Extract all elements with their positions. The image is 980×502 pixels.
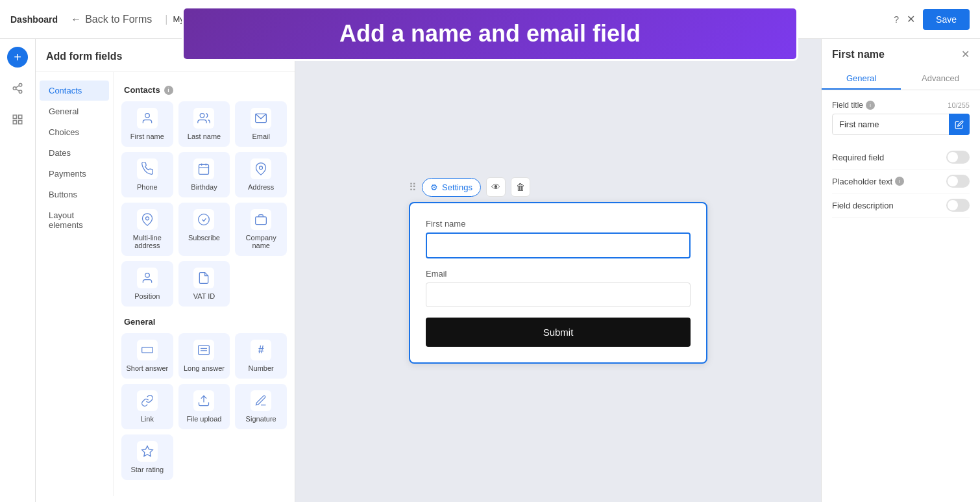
field-first-name[interactable]: First name <box>121 101 173 147</box>
right-tab-advanced[interactable]: Advanced <box>901 68 980 90</box>
field-short-answer[interactable]: Short answer <box>121 333 173 379</box>
field-company-name[interactable]: Company name <box>235 203 287 256</box>
birthday-icon <box>193 158 214 179</box>
svg-point-20 <box>145 273 149 278</box>
category-dates[interactable]: Dates <box>40 143 109 163</box>
first-name-label: First name <box>426 219 691 229</box>
right-panel: First name ✕ General Advanced Field titl… <box>821 39 980 502</box>
settings-toolbar-icon: ⚙ <box>430 182 438 192</box>
svg-rect-8 <box>13 121 16 124</box>
star-rating-icon <box>137 441 158 462</box>
delete-field-button[interactable]: 🗑 <box>511 177 530 197</box>
field-email[interactable]: Email <box>235 101 287 147</box>
svg-point-2 <box>19 90 22 94</box>
trash-icon: 🗑 <box>516 182 525 192</box>
fields-area: Contacts i First name Last name <box>114 72 295 496</box>
preview-eye-button[interactable]: 👁 <box>486 177 506 197</box>
field-title-edit-icon <box>949 114 970 135</box>
number-icon: # <box>251 340 271 360</box>
placeholder-text-toggle[interactable] <box>946 175 970 188</box>
panel-title: Add form fields <box>46 51 122 62</box>
field-file-upload[interactable]: File upload <box>178 384 230 429</box>
form-toolbar: ⠿ ⚙ Settings 👁 🗑 <box>409 177 707 197</box>
settings-toolbar-button[interactable]: ⚙ Settings <box>422 178 481 197</box>
add-button[interactable]: + <box>7 47 28 68</box>
first-name-input[interactable] <box>426 232 691 258</box>
form-fields-panel: Add form fields ✕ Contacts General Choic… <box>36 39 295 502</box>
placeholder-info-icon[interactable]: i <box>895 177 904 186</box>
field-description-toggle[interactable] <box>946 199 970 212</box>
required-field-label: Required field <box>832 153 884 162</box>
contacts-info-icon[interactable]: i <box>164 86 173 95</box>
category-general[interactable]: General <box>40 101 109 121</box>
category-choices[interactable]: Choices <box>40 122 109 142</box>
svg-line-4 <box>16 86 19 88</box>
right-panel-title: First name <box>832 49 885 60</box>
email-label: Email <box>426 269 691 279</box>
vat-id-icon <box>193 268 214 288</box>
category-buttons[interactable]: Buttons <box>40 184 109 205</box>
field-vat-id[interactable]: VAT ID <box>178 261 230 307</box>
svg-line-3 <box>16 89 19 91</box>
field-title-char-count: 10/255 <box>948 101 970 109</box>
right-panel-tabs: General Advanced <box>822 68 980 90</box>
field-last-name[interactable]: Last name <box>178 101 230 147</box>
close-top-button[interactable]: ✕ <box>907 13 915 25</box>
email-input[interactable] <box>426 282 691 307</box>
general-section-label: General <box>124 317 284 327</box>
panel-content: Contacts General Choices Dates Payments … <box>36 72 295 496</box>
field-title-input-wrapper <box>832 114 970 135</box>
company-icon <box>251 209 271 230</box>
placeholder-text-row: Placeholder text i <box>832 169 970 194</box>
form-card: First name Email Submit <box>409 202 707 364</box>
field-birthday[interactable]: Birthday <box>178 152 230 197</box>
first-name-field-group: First name <box>426 219 691 258</box>
field-description-label: Field description <box>832 201 894 210</box>
svg-marker-26 <box>141 446 153 457</box>
drag-handle[interactable]: ⠿ <box>409 181 417 194</box>
field-address[interactable]: Address <box>235 152 287 197</box>
submit-button[interactable]: Submit <box>426 318 691 347</box>
back-to-forms[interactable]: ← Back to Forms <box>71 14 152 25</box>
category-contacts[interactable]: Contacts <box>40 81 109 101</box>
field-number[interactable]: # Number <box>235 333 287 379</box>
required-field-toggle[interactable] <box>946 151 970 164</box>
right-panel-close-button[interactable]: ✕ <box>961 48 970 60</box>
field-link[interactable]: Link <box>121 384 173 429</box>
right-tab-general[interactable]: General <box>822 68 901 90</box>
field-signature[interactable]: Signature <box>235 384 287 429</box>
save-button[interactable]: Save <box>923 9 970 30</box>
field-title-config: Field title i 10/255 <box>832 101 970 135</box>
field-title-label: Field title i 10/255 <box>832 101 970 110</box>
placeholder-text-label: Placeholder text i <box>832 177 904 186</box>
category-payments[interactable]: Payments <box>40 164 109 184</box>
file-upload-icon <box>193 390 214 411</box>
field-subscribe[interactable]: Subscribe <box>178 203 230 256</box>
field-position[interactable]: Position <box>121 261 173 307</box>
svg-point-16 <box>260 166 263 169</box>
email-field-group: Email <box>426 269 691 307</box>
field-multiline-address[interactable]: Multi-line address <box>121 203 173 256</box>
plus-icon: + <box>14 50 21 65</box>
field-description-row: Field description <box>832 194 970 218</box>
help-button[interactable]: ? <box>894 14 899 25</box>
svg-point-9 <box>145 114 149 118</box>
address-icon <box>251 158 271 179</box>
field-title-info-icon[interactable]: i <box>866 101 875 110</box>
required-field-row: Required field <box>832 145 970 169</box>
field-star-rating[interactable]: Star rating <box>121 434 173 480</box>
svg-rect-22 <box>199 345 210 354</box>
general-fields-grid: Short answer Long answer # Number Li <box>121 333 287 480</box>
last-name-icon <box>193 108 214 129</box>
field-long-answer[interactable]: Long answer <box>178 333 230 379</box>
contacts-section-label: Contacts i <box>124 85 284 95</box>
field-phone[interactable]: Phone <box>121 152 173 197</box>
svg-rect-6 <box>19 115 22 118</box>
svg-rect-21 <box>141 347 153 353</box>
share-icon-button[interactable] <box>7 78 28 99</box>
back-arrow-icon: ← <box>71 14 81 25</box>
category-layout[interactable]: Layout elements <box>40 205 109 235</box>
right-panel-body: Field title i 10/255 Required field Plac… <box>822 90 980 228</box>
layout-icon-button[interactable] <box>7 109 28 130</box>
svg-point-18 <box>199 214 210 225</box>
